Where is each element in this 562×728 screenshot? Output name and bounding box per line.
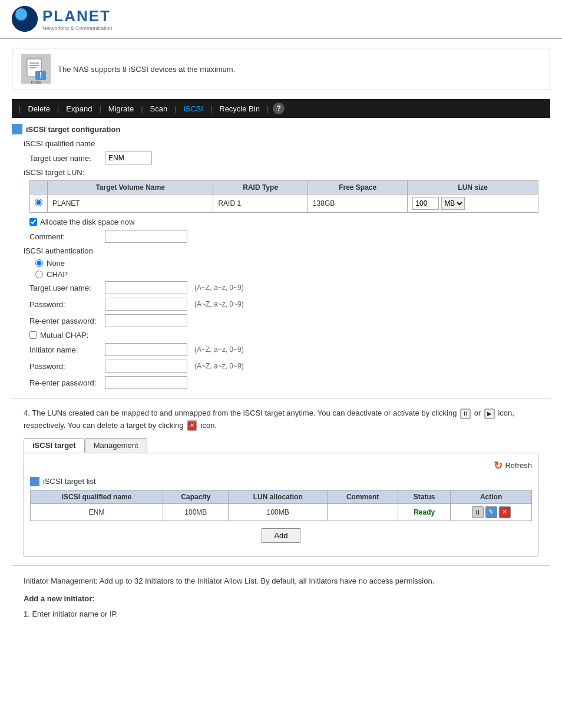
row-comment [328, 503, 398, 521]
svg-point-2 [16, 9, 24, 18]
initiator-password-hint: (A~Z, a~z, 0~9) [194, 362, 244, 370]
tab-content: ↻ Refresh iSCSI target list iSCSI qualif… [24, 453, 538, 556]
auth-section: iSCSI authentication [24, 246, 550, 255]
auth-none-label: None [47, 259, 65, 268]
toolbar-recycle-bin[interactable]: Recycle Bin [213, 99, 266, 118]
chap-password-hint: (A~Z, a~z, 0~9) [194, 300, 244, 308]
target-table-lun-header: LUN allocation [229, 490, 328, 503]
lun-radio[interactable] [35, 199, 42, 206]
chap-user-hint: (A~Z, a~z, 0~9) [194, 284, 244, 292]
note-text: The NAS supports 8 iSCSI devices at the … [58, 65, 235, 74]
toolbar-delete[interactable]: Delete [22, 99, 56, 118]
target-table-action-header: Action [451, 490, 532, 503]
target-table-status-header: Status [398, 490, 451, 503]
auth-chap-radio[interactable] [35, 271, 43, 278]
lun-size-cell: MB GB [412, 197, 533, 210]
lun-size-input[interactable] [412, 197, 439, 210]
lun-table-vol-header: Target Volume Name [48, 181, 213, 195]
lun-table-size-header: LUN size [408, 181, 538, 195]
refresh-row: ↻ Refresh [30, 459, 532, 472]
help-icon[interactable]: ? [273, 103, 285, 114]
logo-text-block: PLANET Networking & Communication [42, 7, 113, 31]
iscsi-config-header: iSCSI target configuration [12, 124, 550, 134]
note-icon: ! Note [21, 54, 51, 84]
delete-inline-icon: ✕ [187, 420, 197, 431]
logo-icon [12, 6, 38, 32]
chap-user-row: Target user name: (A~Z, a~z, 0~9) [29, 281, 550, 294]
tab-management[interactable]: Management [85, 438, 147, 453]
mutual-chap-checkbox[interactable] [29, 331, 37, 339]
initiator-password-input[interactable] [105, 360, 187, 373]
tab-iscsi-target[interactable]: iSCSI target [24, 438, 85, 453]
add-row: Add [30, 528, 532, 543]
target-table: iSCSI qualified name Capacity LUN alloca… [30, 490, 532, 521]
desc-text2: or [474, 409, 483, 417]
target-lun-section: iSCSI target LUN: [24, 168, 550, 177]
initiator-step1: 1. Enter initiator name or IP. [24, 608, 538, 621]
comment-label: Comment: [29, 232, 100, 241]
toolbar-iscsi[interactable]: iSCSI [178, 99, 209, 118]
header: PLANET Networking & Communication [0, 0, 562, 38]
target-list-header: iSCSI target list [30, 477, 532, 486]
row-lun-alloc: 100MB [229, 503, 328, 521]
pause-inline-icon: ⏸ [460, 409, 471, 419]
divider2 [12, 565, 550, 566]
initiator-password-row: Password: (A~Z, a~z, 0~9) [29, 360, 550, 373]
bottom-text: Initiator Management: Add up to 32 Initi… [24, 575, 538, 621]
edit-icon[interactable]: ✎ [485, 506, 497, 518]
delete-icon[interactable]: ✕ [499, 506, 511, 518]
tabs-row: iSCSI target Management [24, 438, 538, 453]
comment-input[interactable] [105, 230, 187, 243]
lun-vol-name: PLANET [48, 195, 213, 213]
auth-none-radio[interactable] [35, 259, 43, 267]
main-content: iSCSI target configuration iSCSI qualifi… [0, 118, 562, 633]
target-user-input[interactable] [105, 151, 152, 164]
initiator-name-row: Initiator name: (A~Z, a~z, 0~9) [29, 343, 550, 356]
allocate-checkbox[interactable] [29, 218, 37, 226]
add-button[interactable]: Add [262, 528, 300, 543]
lun-size-unit-select[interactable]: MB GB [441, 197, 465, 210]
lun-free-space: 138GB [308, 195, 407, 213]
toolbar: | Delete | Expand | Migrate | Scan | iSC… [12, 99, 550, 118]
target-table-comment-header: Comment [328, 490, 398, 503]
lun-table-row: PLANET RAID 1 138GB MB GB [30, 195, 538, 213]
lun-table: Target Volume Name RAID Type Free Space … [29, 180, 538, 213]
svg-point-3 [16, 10, 21, 15]
svg-point-0 [12, 6, 38, 32]
pause-icon[interactable]: ⏸ [472, 506, 484, 518]
mutual-chap-label: Mutual CHAP: [40, 331, 88, 340]
description-text: 4. The LUNs created can be mapped to and… [24, 407, 538, 432]
auth-label: iSCSI authentication [24, 246, 93, 255]
row-name: ENM [31, 503, 163, 521]
chap-reenter-input[interactable] [105, 314, 187, 327]
lun-raid-type: RAID 1 [213, 195, 308, 213]
refresh-label: Refresh [505, 461, 532, 470]
table-row: ENM 100MB 100MB Ready ⏸ ✎ ✕ [31, 503, 532, 521]
desc-text4: icon. [201, 421, 217, 430]
iscsi-config-section: iSCSI target configuration iSCSI qualifi… [12, 124, 550, 389]
chap-user-label: Target user name: [29, 284, 100, 292]
toolbar-expand[interactable]: Expand [60, 99, 98, 118]
play-inline-icon: ▶ [484, 409, 495, 419]
chap-user-input[interactable] [105, 281, 187, 294]
desc-text1: 4. The LUNs created can be mapped to and… [24, 409, 459, 417]
target-user-label: Target user name: [29, 154, 100, 163]
lun-table-free-header: Free Space [308, 181, 407, 195]
logo-subtitle: Networking & Communication [42, 25, 113, 31]
action-icons: ⏸ ✎ ✕ [455, 506, 527, 518]
logo-area: PLANET Networking & Communication [12, 6, 550, 32]
initiator-reenter-input[interactable] [105, 376, 187, 389]
toolbar-migrate[interactable]: Migrate [103, 99, 140, 118]
initiator-input[interactable] [105, 343, 187, 356]
refresh-button[interactable]: ↻ Refresh [494, 459, 532, 472]
target-list-icon [30, 477, 39, 486]
chap-reenter-label: Re-enter password: [29, 317, 100, 325]
add-initiator-title: Add a new initiator: [24, 592, 538, 605]
chap-password-row: Password: (A~Z, a~z, 0~9) [29, 298, 550, 311]
svg-point-1 [15, 9, 27, 21]
target-user-row: Target user name: [29, 151, 550, 164]
chap-password-input[interactable] [105, 298, 187, 311]
toolbar-scan[interactable]: Scan [144, 99, 174, 118]
note-box: ! Note The NAS supports 8 iSCSI devices … [12, 48, 550, 90]
allocate-row: Allocate the disk space now [29, 218, 550, 226]
